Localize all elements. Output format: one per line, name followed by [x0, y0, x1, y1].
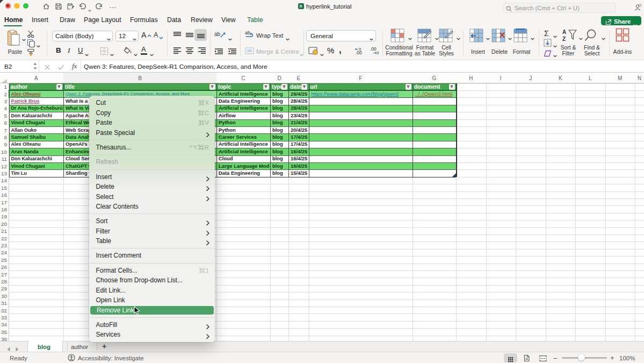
svg-text:Z: Z	[562, 36, 566, 42]
svg-text:ab: ab	[214, 31, 221, 37]
svg-text:A: A	[562, 29, 566, 35]
svg-text:0: 0	[359, 47, 361, 52]
svg-text:ab: ab	[245, 30, 250, 35]
svg-text:.00: .00	[370, 47, 377, 52]
